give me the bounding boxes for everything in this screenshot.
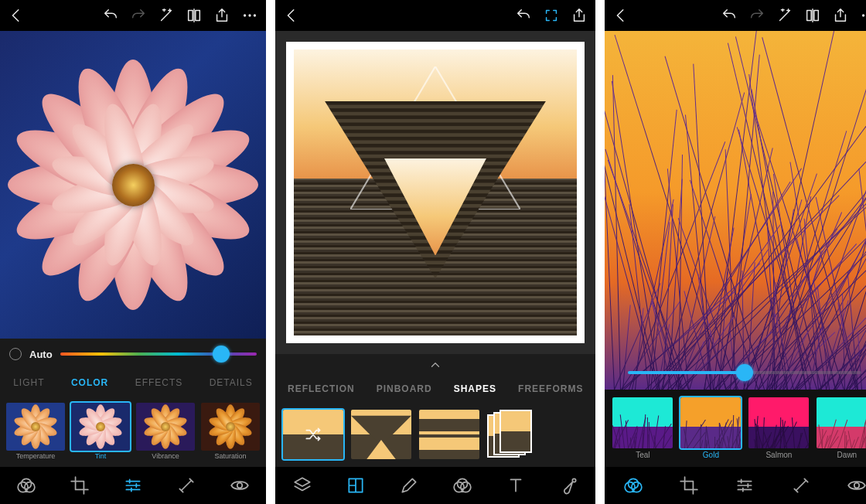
chevron-up-icon [428,358,442,372]
magic-wand-icon[interactable] [776,7,793,24]
filters-tool-icon[interactable] [16,475,36,495]
adjust-thumbnails: TemperatureTintVibranceSaturation [0,396,266,467]
shape-thumb-triangles[interactable] [351,410,411,459]
text-tool-icon[interactable] [506,475,526,495]
image-canvas[interactable] [605,31,866,390]
thumb-label: Saturation [214,452,246,460]
shapes-tab-freeforms[interactable]: FREEFORMS [518,383,583,394]
adjust-tool-icon[interactable] [123,475,143,495]
intensity-slider[interactable] [628,371,861,374]
slider-thumb[interactable] [213,346,230,363]
share-icon[interactable] [832,7,849,24]
auto-label: Auto [29,349,53,360]
flip-icon[interactable] [804,7,821,24]
top-toolbar [0,0,266,31]
adjust-thumb-tint[interactable]: Tint [71,403,130,460]
adjust-thumb-temperature[interactable]: Temperature [6,403,65,460]
looks-thumbnails: TealGoldSalmonDawn [605,390,866,467]
shapes-tab-shapes[interactable]: SHAPES [454,383,496,394]
brush-tool-icon[interactable] [559,475,579,495]
crop-tool-icon[interactable] [679,475,699,495]
share-icon[interactable] [213,7,230,24]
look-thumb-dawn[interactable]: Dawn [817,397,866,459]
look-thumb-salmon[interactable]: Salmon [748,397,809,459]
eye-tool-icon[interactable] [230,475,250,495]
look-thumb-gold[interactable]: Gold [680,397,741,459]
adjust-tool-icon[interactable] [735,475,755,495]
back-icon[interactable] [283,7,300,24]
undo-icon[interactable] [102,7,119,24]
auto-toggle[interactable] [9,348,22,360]
adjust-tab-effects[interactable]: EFFECTS [135,377,183,388]
adjust-thumb-saturation[interactable]: Saturation [201,403,260,460]
heal-tool-icon[interactable] [791,475,811,495]
bottom-toolbar [275,467,595,504]
shapes-tab-reflection[interactable]: REFLECTION [288,383,355,394]
slider-thumb[interactable] [736,364,753,381]
shape-thumb-bars[interactable] [419,410,479,459]
svg-marker-7 [384,158,486,256]
thumb-label: Vibrance [152,452,179,460]
thumb-label: Tint [95,452,107,460]
bottom-toolbar [605,467,866,504]
adjust-tab-light[interactable]: LIGHT [13,377,44,388]
magic-wand-icon[interactable] [158,7,175,24]
image-canvas[interactable] [275,31,595,354]
share-icon[interactable] [571,7,588,24]
adjust-tab-details[interactable]: DETAILS [210,377,253,388]
svg-marker-9 [363,440,400,459]
shape-thumb-stack[interactable] [487,410,534,459]
undo-icon[interactable] [515,7,532,24]
layout-tool-icon[interactable] [346,475,366,495]
redo-icon[interactable] [748,7,765,24]
eye-tool-icon[interactable] [847,475,866,495]
svg-point-10 [862,14,864,16]
svg-point-1 [248,14,251,16]
filters-tool-icon[interactable] [452,475,472,495]
shapes-tab-pinboard[interactable]: PINBOARD [377,383,432,394]
thumb-label: Dawn [837,451,857,459]
more-icon[interactable] [241,7,258,24]
adjust-thumb-vibrance[interactable]: Vibrance [136,403,195,460]
adjust-category-tabs: LIGHTCOLOREFFECTSDETAILS [0,369,266,396]
top-toolbar [275,0,595,31]
crop-tool-icon[interactable] [70,475,90,495]
thumb-label: Temperature [16,452,56,460]
back-icon[interactable] [612,7,629,24]
tint-slider[interactable] [60,352,257,356]
fullscreen-icon[interactable] [543,7,560,24]
layers-tool-icon[interactable] [292,475,312,495]
bottom-toolbar [0,467,266,504]
filters-tool-icon[interactable] [623,475,643,495]
thumb-label: Teal [636,451,650,459]
screen-shapes-edit: REFLECTIONPINBOARDSHAPESFREEFORMS [275,0,595,504]
auto-slider-row: Auto [0,339,266,369]
screen-color-adjust: Auto LIGHTCOLOREFFECTSDETAILS Temperatur… [0,0,266,504]
more-icon[interactable] [860,7,866,24]
shape-thumb-shuffle[interactable] [283,410,343,459]
thumb-label: Salmon [765,451,792,459]
thumb-label: Gold [703,451,719,459]
look-thumb-teal[interactable]: Teal [612,397,673,459]
shapes-category-tabs: REFLECTIONPINBOARDSHAPESFREEFORMS [275,376,595,402]
adjust-tab-color[interactable]: COLOR [71,377,108,388]
flip-icon[interactable] [186,7,203,24]
image-canvas[interactable] [0,31,266,339]
redo-icon[interactable] [130,7,147,24]
shapes-thumbnails [275,402,595,467]
heal-tool-icon[interactable] [176,475,196,495]
expand-panel[interactable] [275,354,595,376]
pencil-tool-icon[interactable] [399,475,419,495]
undo-icon[interactable] [721,7,738,24]
back-icon[interactable] [8,7,25,24]
svg-point-0 [244,14,246,16]
svg-point-2 [254,14,256,16]
top-toolbar [605,0,866,31]
screen-looks-filter: TealGoldSalmonDawn [605,0,866,504]
